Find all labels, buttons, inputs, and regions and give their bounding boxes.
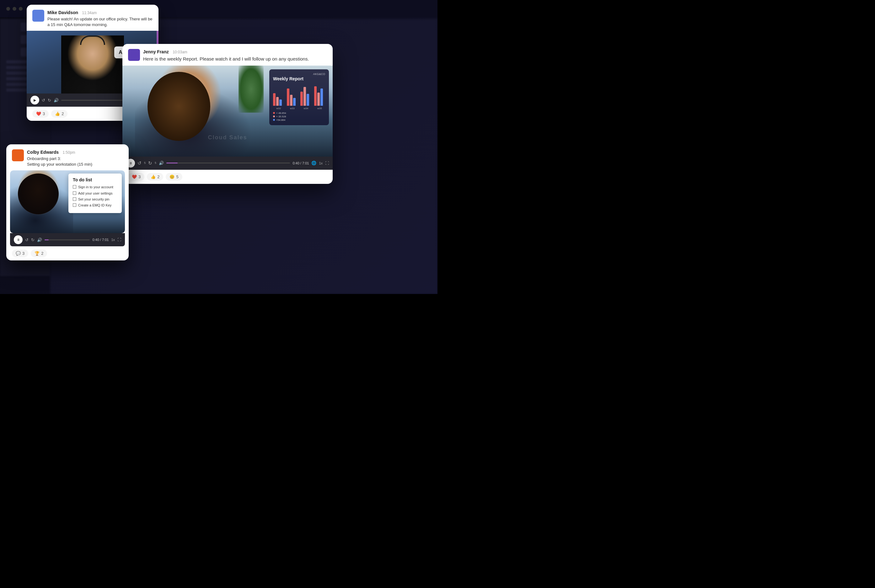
jenny-bar-w35-red <box>314 86 317 106</box>
colby-checkbox-1[interactable] <box>73 185 76 189</box>
card-colby: Colby Edwards 1:50pm Onboarding part 3: … <box>6 144 129 260</box>
jenny-bar-w35-pink <box>317 93 320 106</box>
colby-rewind-icon[interactable]: ↺ <box>25 237 29 242</box>
colby-message: Onboarding part 3: Setting up your works… <box>27 156 123 167</box>
colby-trophy-emoji: 🏆 <box>35 251 39 256</box>
jenny-fullscreen-icon[interactable]: ⛶ <box>325 161 329 165</box>
jenny-reaction-heart[interactable]: ❤️ 3 <box>128 173 144 181</box>
jenny-forward-5: 5 <box>155 161 156 164</box>
colby-volume-icon[interactable]: 🔊 <box>37 237 42 242</box>
cards-container: Mike Davidson 11:34am Please watch! An u… <box>0 0 437 294</box>
colby-todo-text-3: Set your security pin <box>78 197 110 201</box>
jenny-message: Here is the weekly Report. Please watch … <box>143 56 327 63</box>
jenny-legend-3: +54.864 <box>273 118 325 122</box>
colby-message-line1: Onboarding part 3: <box>27 156 61 161</box>
mike-heart-emoji: ❤️ <box>36 111 41 116</box>
colby-todo-text-2: Add your user settings <box>78 191 113 195</box>
jenny-reaction-smile[interactable]: 😊 5 <box>166 173 182 181</box>
jenny-meta: Jenny Franz 10:03am Here is the weekly R… <box>143 49 327 63</box>
mike-header: Mike Davidson 11:34am Please watch! An u… <box>27 5 159 31</box>
jenny-speed[interactable]: 1x <box>319 161 323 165</box>
mike-thumbs-emoji: 👍 <box>55 111 60 116</box>
jenny-chart-labels: w32 w33 w34 w35 <box>273 107 325 110</box>
colby-pause-button[interactable]: ⏸ <box>14 236 23 244</box>
jenny-legend-dot-1 <box>273 112 275 114</box>
colby-checkbox-2[interactable] <box>73 191 76 195</box>
colby-checkbox-3[interactable] <box>73 197 76 201</box>
jenny-bar-w33-blue <box>293 98 296 106</box>
jenny-time-display: 0:40 / 7:01 <box>293 161 309 165</box>
colby-trophy-count: 2 <box>41 251 43 256</box>
colby-speed[interactable]: 1x <box>111 238 115 242</box>
mike-meta: Mike Davidson 11:34am Please watch! An u… <box>47 10 153 28</box>
jenny-globe-icon[interactable]: 🌐 <box>311 160 316 165</box>
mike-reaction-heart[interactable]: ❤️ 3 <box>32 110 49 118</box>
colby-hair <box>18 174 59 214</box>
colby-time-display: 0:40 / 7:01 <box>92 238 109 242</box>
jenny-legend-dot-3 <box>273 119 275 121</box>
jenny-bar-w34-red <box>300 92 303 106</box>
mike-rewind-icon[interactable]: ↺ <box>42 98 45 103</box>
colby-todo-text-4: Create a EMQ ID Key <box>78 203 111 207</box>
colby-todo-title: To do list <box>73 177 117 182</box>
jenny-reaction-thumbs[interactable]: 👍 2 <box>147 173 163 181</box>
jenny-reactions: ❤️ 3 👍 2 😊 5 <box>122 170 333 184</box>
colby-meta: Colby Edwards 1:50pm Onboarding part 3: … <box>27 149 123 167</box>
jenny-bar-w34-pink <box>303 87 306 106</box>
colby-chat-count: 3 <box>22 251 24 256</box>
colby-todo-item-2: Add your user settings <box>73 191 117 195</box>
jenny-progress-bar[interactable] <box>167 162 290 164</box>
colby-reaction-chat[interactable]: 💬 3 <box>12 249 28 257</box>
jenny-bar-w33-pink <box>290 95 293 106</box>
colby-fullscreen-icon[interactable]: ⛶ <box>117 237 121 242</box>
jenny-label-w35: w35 <box>314 107 326 110</box>
jenny-bar-group-w32 <box>273 93 284 106</box>
mike-avatar <box>32 10 44 22</box>
colby-video-container[interactable]: To do list Sign in to your account Add y… <box>10 170 125 233</box>
colby-chat-emoji: 💬 <box>16 251 21 256</box>
colby-message-line2: Setting up your workstation (15 min) <box>27 162 92 166</box>
jenny-heart-count: 3 <box>138 174 141 179</box>
mike-thumbs-count: 2 <box>62 111 64 116</box>
jenny-legend-val-2: + 35.528 <box>276 115 286 118</box>
card-jenny: Jenny Franz 10:03am Here is the weekly R… <box>122 44 333 184</box>
jenny-label-w33: w33 <box>287 107 298 110</box>
jenny-volume-icon[interactable]: 🔊 <box>159 160 164 165</box>
jenny-bar-w34-blue <box>307 94 309 106</box>
jenny-bar-w32-red <box>273 93 276 106</box>
jenny-hair <box>147 72 210 141</box>
jenny-legend-1: + 49.654 <box>273 112 325 114</box>
jenny-thumbs-count: 2 <box>157 174 159 179</box>
jenny-video-controls: ⏸ ↺ 5 ↻ 5 🔊 0:40 / 7:01 🌐 1x ⛶ <box>122 157 333 170</box>
colby-todo-item-3: Set your security pin <box>73 197 117 201</box>
jenny-watermark: Cloud Sales <box>208 134 247 141</box>
jenny-legend-val-1: + 49.654 <box>276 112 286 114</box>
colby-reaction-trophy[interactable]: 🏆 2 <box>31 249 47 257</box>
jenny-label-w34: w34 <box>300 107 312 110</box>
jenny-rewind-5: 5 <box>144 161 146 164</box>
jenny-chart-legend: + 49.654 + 35.528 +54.864 <box>273 112 325 122</box>
jenny-forward-icon[interactable]: ↻ <box>148 160 152 166</box>
colby-time: 1:50pm <box>63 150 75 154</box>
jenny-chart-overlay: AKG&CO Weekly Report <box>269 69 329 125</box>
mike-author: Mike Davidson <box>47 10 78 15</box>
mike-message: Please watch! An update on our office po… <box>47 16 153 28</box>
colby-checkbox-4[interactable] <box>73 203 76 207</box>
mike-time: 11:34am <box>82 10 97 15</box>
colby-video-bg: To do list Sign in to your account Add y… <box>10 170 125 233</box>
colby-video-controls: ⏸ ↺ ↻ 🔊 0:40 / 7:01 1x ⛶ <box>10 233 125 246</box>
colby-forward-icon[interactable]: ↻ <box>31 237 35 242</box>
mike-reaction-thumbs[interactable]: 👍 2 <box>51 110 68 118</box>
jenny-video-container[interactable]: AKG&CO Weekly Report <box>122 66 333 157</box>
jenny-chart-title: Weekly Report <box>273 76 325 81</box>
jenny-rewind-icon[interactable]: ↺ <box>138 160 141 166</box>
mike-play-icon: ▶ <box>34 98 36 102</box>
colby-todo-item-1: Sign in to your account <box>73 185 117 189</box>
mike-volume-icon[interactable]: 🔊 <box>54 98 59 103</box>
mike-play-button[interactable]: ▶ <box>30 96 39 105</box>
jenny-avatar <box>128 49 140 61</box>
jenny-time: 10:03am <box>173 50 188 54</box>
mike-forward-icon[interactable]: ↻ <box>48 98 51 103</box>
colby-progress-bar[interactable] <box>45 239 90 240</box>
jenny-progress-fill <box>167 162 177 164</box>
